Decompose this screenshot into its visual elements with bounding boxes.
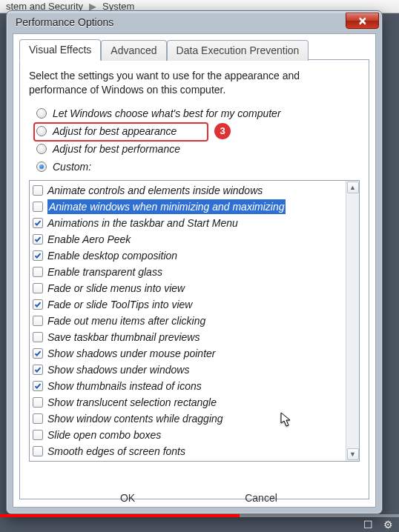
list-item[interactable]: Enable Aero Peek [31, 231, 344, 247]
radio-custom[interactable]: Custom: [36, 161, 360, 173]
list-item[interactable]: Save taskbar thumbnail previews [31, 329, 344, 345]
radio-best-appearance[interactable]: 3 Adjust for best appearance [36, 125, 360, 137]
radio-icon [36, 144, 47, 154]
tab-visual-effects[interactable]: Visual Effects [19, 39, 101, 61]
dialog-window: Performance Options ✕ Visual Effects Adv… [6, 10, 383, 514]
radio-label: Custom: [53, 161, 91, 173]
list-item-label: Animate windows when minimizing and maxi… [47, 199, 286, 214]
list-item-label: Slide open combo boxes [47, 428, 161, 442]
list-item[interactable]: Enable desktop composition [31, 247, 344, 264]
radio-icon [36, 108, 47, 119]
list-item-label: Enable transparent glass [47, 265, 162, 279]
tab-panel-visual-effects: Select the settings you want to use for … [19, 59, 369, 499]
radio-label: Adjust for best performance [53, 143, 180, 155]
list-item[interactable]: Smooth edges of screen fonts [31, 443, 344, 459]
scroll-down-button[interactable]: ▼ [347, 448, 359, 460]
list-item-label: Enable desktop composition [47, 248, 177, 263]
scrollbar[interactable]: ▲ ▼ [346, 181, 359, 461]
checkbox[interactable] [33, 250, 43, 261]
checkbox[interactable] [33, 332, 43, 342]
list-item[interactable]: Show window contents while dragging [31, 410, 344, 427]
list-item-label: Save taskbar thumbnail previews [47, 330, 200, 345]
client-area: Visual Effects Advanced Data Execution P… [13, 33, 376, 508]
radio-label: Let Windows choose what's best for my co… [53, 107, 281, 119]
list-item-label: Fade out menu items after clicking [47, 313, 205, 328]
checkbox[interactable] [33, 283, 43, 293]
checkbox[interactable] [33, 185, 43, 196]
list-item-label: Fade or slide menus into view [47, 281, 185, 296]
list-item-label: Show translucent selection rectangle [47, 395, 217, 410]
cancel-button[interactable]: Cancel [228, 492, 294, 507]
list-item-label: Enable Aero Peek [47, 232, 131, 247]
close-button[interactable]: ✕ [346, 13, 379, 29]
list-item[interactable]: Enable transparent glass [31, 264, 344, 280]
radio-icon [36, 162, 47, 172]
list-item[interactable]: Animate controls and elements inside win… [31, 182, 344, 199]
video-played [0, 514, 240, 517]
radio-icon [36, 126, 47, 136]
scroll-up-button[interactable]: ▲ [347, 182, 359, 193]
tab-advanced[interactable]: Advanced [101, 40, 166, 61]
settings-icon[interactable]: ⚙ [383, 519, 393, 531]
dialog-buttons: OK Cancel [13, 492, 375, 507]
checkbox[interactable] [33, 202, 43, 212]
list-item[interactable]: Fade or slide ToolTips into view [31, 296, 344, 313]
ok-button[interactable]: OK [94, 492, 161, 507]
radio-best-performance[interactable]: Adjust for best performance [36, 143, 360, 155]
radio-group: Let Windows choose what's best for my co… [36, 107, 360, 173]
list-item[interactable]: Fade out menu items after clicking [31, 313, 344, 329]
video-progress-bar[interactable] [0, 514, 399, 517]
tab-dep[interactable]: Data Execution Prevention [167, 40, 309, 61]
list-item-label: Smooth edges of screen fonts [47, 444, 185, 459]
checkbox[interactable] [33, 381, 43, 391]
list-item[interactable]: Animations in the taskbar and Start Menu [31, 215, 344, 231]
checkbox[interactable] [33, 316, 43, 326]
list-item-label: Show shadows under mouse pointer [47, 346, 215, 361]
effects-listbox[interactable]: Animate controls and elements inside win… [29, 180, 360, 462]
checkbox[interactable] [33, 348, 43, 359]
list-item-label: Fade or slide ToolTips into view [47, 297, 192, 312]
checkbox[interactable] [33, 299, 43, 310]
list-item[interactable]: Smooth-scroll list boxes [31, 459, 344, 461]
annotation-badge: 3 [214, 123, 231, 139]
checkbox[interactable] [33, 397, 43, 408]
list-item[interactable]: Slide open combo boxes [31, 427, 344, 443]
checkbox[interactable] [33, 267, 43, 277]
list-item[interactable]: Animate windows when minimizing and maxi… [31, 199, 344, 215]
list-item[interactable]: Fade or slide menus into view [31, 280, 344, 296]
list-item-label: Smooth-scroll list boxes [47, 460, 157, 461]
radio-let-windows-choose[interactable]: Let Windows choose what's best for my co… [36, 107, 360, 119]
list-item-label: Animate controls and elements inside win… [47, 183, 263, 198]
radio-label: Adjust for best appearance [53, 125, 177, 137]
list-item-label: Show window contents while dragging [47, 411, 223, 426]
tab-strip: Visual Effects Advanced Data Execution P… [19, 39, 369, 60]
list-content: Animate controls and elements inside win… [30, 181, 346, 461]
titlebar[interactable]: Performance Options ✕ [7, 11, 382, 33]
list-item-label: Show shadows under windows [47, 362, 189, 377]
checkbox[interactable] [33, 218, 43, 228]
window-title: Performance Options [16, 16, 346, 28]
checkbox[interactable] [33, 234, 43, 245]
description-text: Select the settings you want to use for … [29, 69, 360, 97]
list-item[interactable]: Show shadows under mouse pointer [31, 345, 344, 362]
checkbox[interactable] [33, 413, 43, 424]
list-item-label: Animations in the taskbar and Start Menu [47, 216, 238, 230]
close-icon: ✕ [358, 15, 367, 27]
list-item-label: Show thumbnails instead of icons [47, 379, 202, 393]
list-item[interactable]: Show shadows under windows [31, 362, 344, 378]
video-controls: ☐ ⚙ [363, 517, 393, 532]
list-item[interactable]: Show translucent selection rectangle [31, 394, 344, 410]
checkbox[interactable] [33, 446, 43, 456]
list-item[interactable]: Show thumbnails instead of icons [31, 378, 344, 394]
subtitles-icon[interactable]: ☐ [363, 519, 373, 531]
checkbox[interactable] [33, 365, 43, 375]
checkbox[interactable] [33, 430, 43, 440]
